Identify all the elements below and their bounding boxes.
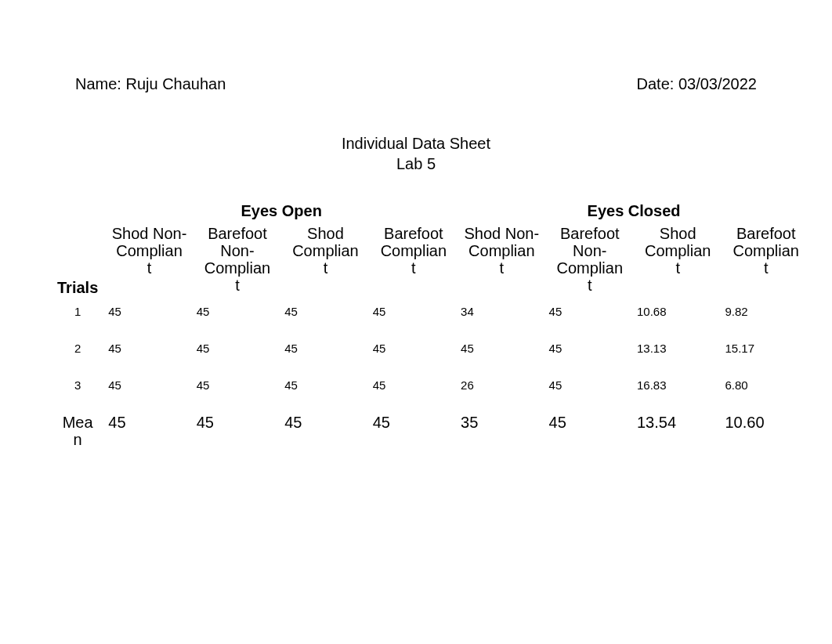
col-header: Barefoot Non-Complian t: [194, 223, 281, 298]
mean-row: Mea n 45 45 45 45 35 45 13.54 10.60: [50, 409, 810, 458]
trial-num: 3: [50, 372, 105, 409]
cell: 45: [281, 335, 369, 372]
cell: 45: [194, 335, 281, 372]
mean-cell: 45: [105, 409, 193, 458]
col-header: Shod Complian t: [634, 223, 722, 298]
cell: 34: [458, 298, 545, 335]
cell: 45: [105, 372, 193, 409]
cell: 45: [370, 298, 458, 335]
cell: 15.17: [722, 335, 810, 372]
cell: 45: [370, 372, 458, 409]
table-row: 2 45 45 45 45 45 45 13.13 15.17: [50, 335, 810, 372]
cell: 45: [546, 298, 634, 335]
mean-cell: 45: [546, 409, 634, 458]
date-label: Date: 03/03/2022: [637, 75, 757, 93]
cell: 45: [546, 335, 634, 372]
col-header: Shod Non-Complian t: [458, 223, 545, 298]
cell: 9.82: [722, 298, 810, 335]
cell: 45: [546, 372, 634, 409]
cell: 45: [105, 298, 193, 335]
mean-label: Mea n: [50, 409, 105, 458]
mean-cell: 45: [370, 409, 458, 458]
cell: 45: [194, 298, 281, 335]
col-header: Shod Non-Complian t: [105, 223, 193, 298]
mean-cell: 13.54: [634, 409, 722, 458]
cell: 45: [194, 372, 281, 409]
eyes-open-header: Eyes Open: [105, 202, 458, 223]
title-line2: Lab 5: [0, 154, 832, 174]
cell: 13.13: [634, 335, 722, 372]
data-table: Trials Eyes Open Eyes Closed Shod Non-Co…: [50, 202, 810, 458]
cell: 45: [370, 335, 458, 372]
cell: 16.83: [634, 372, 722, 409]
mean-cell: 45: [281, 409, 369, 458]
table-row: 1 45 45 45 45 34 45 10.68 9.82: [50, 298, 810, 335]
header-line: Name: Ruju Chauhan Date: 03/03/2022: [75, 75, 757, 93]
data-table-wrap: Trials Eyes Open Eyes Closed Shod Non-Co…: [50, 202, 810, 458]
mean-cell: 10.60: [722, 409, 810, 458]
cell: 45: [281, 298, 369, 335]
table-row: 3 45 45 45 45 26 45 16.83 6.80: [50, 372, 810, 409]
column-header-row: Shod Non-Complian t Barefoot Non-Complia…: [50, 223, 810, 298]
col-header: Shod Complian t: [281, 223, 369, 298]
col-header: Barefoot Complian t: [370, 223, 458, 298]
trial-num: 1: [50, 298, 105, 335]
page: Name: Ruju Chauhan Date: 03/03/2022 Indi…: [0, 0, 832, 644]
trials-header: Trials: [50, 202, 105, 298]
col-header: Barefoot Complian t: [722, 223, 810, 298]
cell: 10.68: [634, 298, 722, 335]
mean-cell: 45: [194, 409, 281, 458]
title-block: Individual Data Sheet Lab 5: [0, 133, 832, 174]
trial-num: 2: [50, 335, 105, 372]
title-line1: Individual Data Sheet: [0, 133, 832, 154]
section-header-row: Trials Eyes Open Eyes Closed: [50, 202, 810, 223]
name-label: Name: Ruju Chauhan: [75, 75, 226, 93]
eyes-closed-header: Eyes Closed: [458, 202, 810, 223]
cell: 45: [281, 372, 369, 409]
mean-cell: 35: [458, 409, 545, 458]
cell: 45: [105, 335, 193, 372]
cell: 26: [458, 372, 545, 409]
cell: 6.80: [722, 372, 810, 409]
col-header: Barefoot Non-Complian t: [546, 223, 634, 298]
cell: 45: [458, 335, 545, 372]
